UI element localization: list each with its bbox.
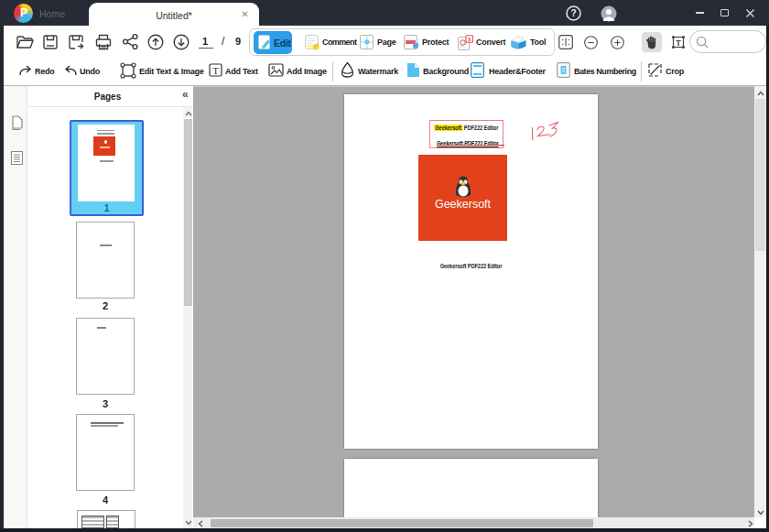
svg-text:x: x	[468, 36, 471, 42]
svg-text:T: T	[676, 38, 681, 48]
svg-text:?: ?	[570, 8, 576, 18]
svg-text:T: T	[212, 65, 219, 76]
